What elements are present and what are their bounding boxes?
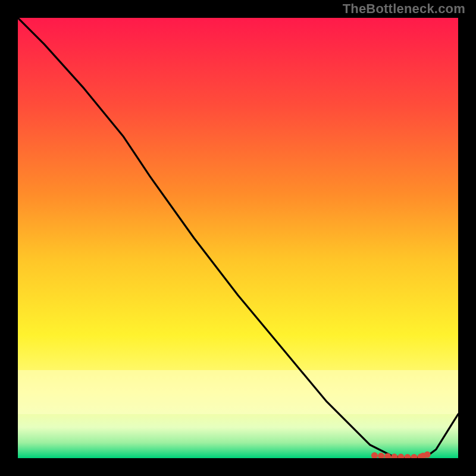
watermark-text: TheBottleneck.com bbox=[343, 1, 465, 17]
chart-container: TheBottleneck.com bbox=[0, 0, 476, 476]
optimal-dot bbox=[404, 454, 411, 458]
plot-area bbox=[18, 18, 458, 458]
optimal-dot bbox=[411, 454, 418, 458]
optimal-dot bbox=[371, 452, 378, 458]
optimal-zone-dots bbox=[18, 18, 458, 458]
optimal-dot bbox=[378, 453, 384, 458]
optimal-dot bbox=[397, 454, 404, 458]
optimal-dot bbox=[384, 453, 391, 459]
optimal-dot bbox=[424, 452, 431, 458]
optimal-dot bbox=[391, 453, 397, 458]
